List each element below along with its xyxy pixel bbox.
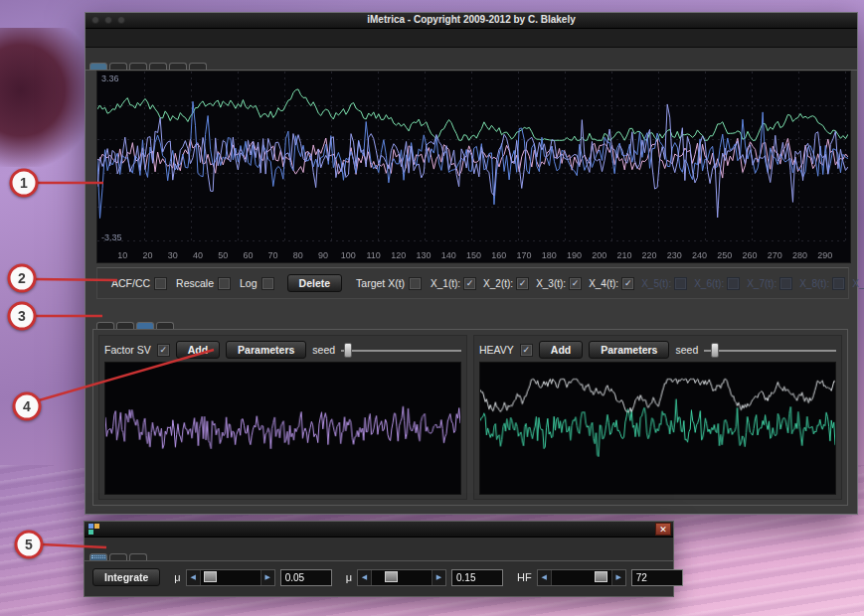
close-icon[interactable]: ✕ [655, 523, 671, 536]
x-series-label: X_7(t): [747, 278, 777, 289]
factor-sv-seed-slider[interactable] [341, 343, 461, 358]
x-tick-label: 60 [243, 250, 253, 260]
arrow-left-icon[interactable]: ◀ [187, 570, 201, 585]
param-tab[interactable] [129, 553, 147, 560]
heavy-add-button[interactable]: Add [539, 341, 583, 359]
x-series-checkbox[interactable] [674, 277, 687, 290]
slider-track[interactable] [372, 570, 432, 585]
x-tick-label: 270 [768, 250, 782, 260]
x-tick-label: 100 [341, 250, 356, 260]
toggle-group: ACF/CC [111, 277, 167, 290]
x-tick-label: 120 [391, 250, 406, 260]
x-tick-label: 90 [318, 250, 328, 260]
slider-thumb[interactable] [711, 343, 719, 358]
slider-thumb[interactable] [344, 343, 352, 358]
delete-button[interactable]: Delete [287, 274, 343, 292]
x-series-checkbox[interactable] [463, 277, 476, 290]
param-slider-group: HF ◀ ▶ 72 [517, 569, 683, 586]
target-label: Target X(t) [356, 277, 405, 289]
x-tick-label: 250 [717, 250, 732, 260]
factor-sv-add-button[interactable]: Add [176, 341, 220, 359]
arrow-left-icon[interactable]: ◀ [358, 570, 372, 585]
x-series-checkbox[interactable] [832, 277, 845, 290]
slider-thumb[interactable] [204, 571, 217, 582]
heavy-label: HEAVY [479, 344, 514, 356]
arrow-left-icon[interactable]: ◀ [538, 570, 552, 585]
param-scroll-slider[interactable]: ◀ ▶ [186, 569, 275, 586]
param-value-field[interactable]: 72 [631, 569, 683, 586]
x-tick-label: 130 [417, 250, 432, 260]
arrow-right-icon[interactable]: ▶ [260, 570, 274, 585]
x-tick-label: 170 [516, 250, 531, 260]
x-series-label: X_5(t): [641, 278, 671, 289]
x-series-group: X_9(t): [852, 277, 864, 290]
param-tab[interactable] [109, 553, 127, 560]
x-tick-label: 140 [441, 250, 456, 260]
x-series-group: X_5(t): [641, 277, 687, 290]
toggle-checkbox[interactable] [154, 277, 167, 290]
param-slider-label: HF [517, 571, 532, 583]
toggle-label: ACF/CC [111, 277, 150, 289]
x-series-checkbox[interactable] [621, 277, 634, 290]
module-tab[interactable] [89, 63, 107, 70]
heavy-checkbox[interactable] [520, 344, 533, 357]
x-series-checkbox[interactable] [569, 277, 582, 290]
x-tick-label: 230 [667, 250, 682, 260]
slider-track [341, 350, 461, 352]
model-subtab[interactable] [136, 322, 154, 329]
main-timeseries-chart: 3.36 -3.35 10203040506070809010011012013… [96, 71, 851, 263]
x-tick-label: 160 [491, 250, 506, 260]
arrow-right-icon[interactable]: ▶ [611, 570, 625, 585]
x-series-label: X_6(t): [694, 278, 724, 289]
heavy-panel: HEAVY Add Parameters seed [473, 335, 842, 500]
model-subtab[interactable] [96, 322, 114, 329]
param-tab[interactable] [89, 553, 107, 560]
module-tab[interactable] [189, 63, 207, 70]
param-titlebar[interactable]: ✕ [85, 522, 673, 538]
param-slider-group: μ ◀ ▶ 0.05 [174, 569, 331, 586]
factor-sv-panel: Factor SV Add Parameters seed [98, 335, 467, 500]
slider-thumb[interactable] [595, 571, 607, 582]
slider-track[interactable] [552, 570, 611, 585]
target-group: Target X(t) [356, 277, 422, 290]
x-series-label: X_4(t): [589, 278, 618, 289]
module-tab[interactable] [149, 63, 167, 70]
x-series-checkbox[interactable] [516, 277, 529, 290]
timeseries-canvas [97, 72, 848, 242]
toggle-checkbox[interactable] [261, 277, 274, 290]
slider-thumb[interactable] [385, 571, 398, 582]
target-checkbox[interactable] [409, 277, 422, 290]
y-max-label: 3.36 [101, 74, 119, 83]
integrate-button[interactable]: Integrate [92, 568, 160, 586]
module-tab[interactable] [169, 63, 187, 70]
param-scroll-slider[interactable]: ◀ ▶ [537, 569, 626, 586]
module-tab[interactable] [109, 63, 127, 70]
x-tick-label: 30 [168, 250, 178, 260]
x-series-checkbox[interactable] [779, 277, 792, 290]
toggle-checkbox[interactable] [218, 277, 231, 290]
x-tick-label: 240 [692, 250, 707, 260]
imetrica-main-window: iMetrica - Copyright 2009-2012 by C. Bla… [85, 12, 858, 515]
arrow-right-icon[interactable]: ▶ [432, 570, 445, 585]
param-scroll-slider[interactable]: ◀ ▶ [357, 569, 446, 586]
param-value-field[interactable]: 0.05 [280, 569, 332, 586]
x-tick-label: 20 [142, 250, 152, 260]
x-tick-label: 180 [542, 250, 557, 260]
param-value-field[interactable]: 0.15 [451, 569, 503, 586]
x-tick-label: 210 [616, 250, 631, 260]
factor-sv-parameters-button[interactable]: Parameters [226, 341, 306, 359]
x-series-checkbox[interactable] [727, 277, 740, 290]
factor-sv-canvas [104, 362, 461, 495]
model-subtab[interactable] [116, 322, 134, 329]
x-series-group: X_1(t): [431, 277, 476, 290]
main-titlebar[interactable]: iMetrica - Copyright 2009-2012 by C. Bla… [86, 13, 857, 29]
factor-sv-checkbox[interactable] [157, 344, 170, 357]
heavy-seed-label: seed [675, 344, 698, 356]
module-tab[interactable] [129, 63, 147, 70]
slider-track[interactable] [201, 570, 260, 585]
model-subtab[interactable] [156, 322, 174, 329]
heavy-seed-slider[interactable] [704, 343, 836, 358]
param-slider-label: μ [174, 571, 180, 583]
heavy-parameters-button[interactable]: Parameters [589, 341, 669, 359]
x-series-group: X_6(t): [694, 277, 740, 290]
